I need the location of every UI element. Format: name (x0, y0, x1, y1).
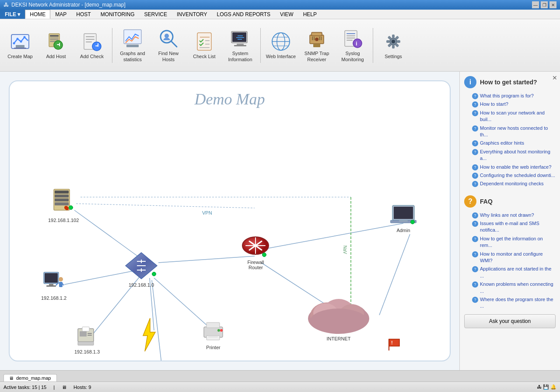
find-hosts-button[interactable]: Find New Hosts (151, 24, 186, 67)
find-hosts-icon (158, 28, 179, 49)
node-router[interactable]: 192.168.1.0 (125, 252, 158, 288)
svg-rect-23 (126, 45, 139, 47)
faq-link-6[interactable]: Where does the program store the ... (464, 295, 556, 311)
node-laptop[interactable]: Admin (390, 204, 416, 233)
howto-link-1[interactable]: How to start? (464, 100, 556, 108)
create-map-button[interactable]: Create Map (3, 24, 38, 67)
menu-file[interactable]: FILE ▾ (0, 10, 25, 19)
menu-host[interactable]: HOST (71, 10, 95, 19)
svg-rect-16 (86, 36, 94, 37)
add-check-button[interactable]: Add Check (74, 24, 109, 67)
svg-point-48 (315, 38, 318, 41)
node-lightning[interactable] (138, 317, 160, 354)
status-icon-1: 🖧 (537, 384, 542, 389)
howto-link-5[interactable]: Everything about host monitoring a... (464, 148, 556, 163)
howto-link-0[interactable]: What this program is for? (464, 92, 556, 100)
svg-point-26 (164, 34, 169, 38)
restore-button[interactable]: ❐ (541, 1, 548, 8)
minimize-button[interactable]: — (532, 1, 539, 8)
menu-help[interactable]: HELP (298, 10, 322, 19)
howto-link-8[interactable]: Dependent monitoring checks (464, 180, 556, 188)
node-desktop[interactable]: 192.168.1.2 (41, 271, 66, 301)
sysinfo-button[interactable]: System Information (223, 24, 258, 67)
svg-point-115 (217, 329, 220, 332)
menu-inventory[interactable]: INVENTORY (172, 10, 212, 19)
firewall-status-dot (262, 253, 266, 257)
faq-header: ? FAQ (464, 195, 556, 208)
svg-point-3 (20, 40, 22, 42)
menu-logs[interactable]: LOGS AND REPORTS (212, 10, 275, 19)
add-host-label: Add Host (46, 54, 66, 59)
tab-bar: 🖥 demo_map.map (0, 370, 560, 382)
svg-point-89 (65, 207, 69, 210)
laptop-label: Admin (396, 228, 410, 233)
add-host-icon (46, 31, 66, 52)
faq-link-4[interactable]: Applications are not started in the ... (464, 265, 556, 280)
node-internet[interactable]: INTERNET (304, 295, 374, 341)
menu-monitoring[interactable]: MONITORING (96, 10, 140, 19)
howto-link-7[interactable]: Configuring the scheduled downti... (464, 171, 556, 180)
faq-link-2[interactable]: How to get the information on rem... (464, 235, 556, 250)
ask-question-button[interactable]: Ask your question (464, 314, 556, 328)
separator-2 (260, 28, 261, 63)
svg-rect-6 (14, 48, 26, 49)
svg-rect-18 (86, 42, 92, 42)
howto-header: i How to get started? (464, 76, 556, 88)
create-map-label: Create Map (7, 54, 32, 59)
faq-link-3[interactable]: How to monitor and configure WMI? (464, 250, 556, 265)
howto-link-6[interactable]: How to enable the web interface? (464, 163, 556, 171)
desktop-icon (43, 271, 65, 295)
router-label: 192.168.1.0 (129, 282, 154, 288)
svg-point-2 (17, 38, 19, 40)
checklist-button[interactable]: Check List (187, 24, 222, 67)
snmp-button[interactable]: SNMP Trap Receiver (299, 24, 334, 67)
settings-button[interactable]: Settings (376, 24, 411, 67)
svg-rect-107 (88, 335, 92, 336)
close-button[interactable]: ✕ (550, 1, 556, 8)
howto-title: How to get started? (480, 79, 537, 86)
add-host-button[interactable]: Add Host (38, 24, 74, 67)
map-inner: Demo Map (9, 80, 451, 361)
status-icon-2: 💾 (543, 384, 549, 389)
toolbar: Create Map Add Host (0, 19, 560, 72)
faq-link-5[interactable]: Known problems when connecting ... (464, 280, 556, 295)
menu-service[interactable]: SERVICE (139, 10, 172, 19)
syslog-label: Syslog Monitoring (337, 51, 368, 62)
printer-icon (201, 321, 225, 344)
syslog-button[interactable]: i Syslog Monitoring (335, 24, 370, 67)
nav-label: NaV (343, 246, 347, 254)
node-server[interactable]: 192.168.1.102 (48, 188, 79, 223)
node-printer[interactable]: Printer (201, 321, 225, 350)
howto-link-2[interactable]: How to scan your network and buil... (464, 109, 556, 124)
server-icon (52, 188, 75, 217)
svg-rect-54 (346, 33, 355, 34)
menu-home[interactable]: HOME (25, 10, 50, 19)
map-title: Demo Map (10, 81, 450, 108)
faq-link-1[interactable]: Issues with e-mail and SMS notifica... (464, 219, 556, 235)
firewall-icon (242, 233, 270, 259)
graphs-label: Graphs and statistics (117, 51, 148, 62)
menu-bar: FILE ▾ HOME MAP HOST MONITORING SERVICE … (0, 10, 560, 19)
panel-close-button[interactable]: ✕ (552, 74, 557, 81)
menu-view[interactable]: VIEW (275, 10, 298, 19)
webinterface-button[interactable]: Web Interface (263, 24, 298, 67)
node-fax[interactable]: 192.168.1.3 (74, 325, 100, 354)
howto-link-4[interactable]: Graphics editor hints (464, 139, 556, 147)
howto-link-3[interactable]: Monitor new hosts connected to th... (464, 124, 556, 139)
svg-rect-85 (55, 194, 69, 198)
svg-text:i: i (356, 40, 357, 47)
active-tasks-status: Active tasks: 15 | 15 (4, 385, 46, 390)
node-flag[interactable]: ! (388, 338, 401, 352)
svg-rect-46 (312, 32, 322, 36)
menu-map[interactable]: MAP (50, 10, 71, 19)
checklist-label: Check List (193, 54, 215, 59)
tab-label: demo_map.map (16, 375, 51, 381)
map-canvas[interactable]: Demo Map (0, 72, 459, 370)
syslog-icon: i (342, 28, 363, 49)
graphs-button[interactable]: Graphs and statistics (115, 24, 150, 67)
faq-link-0[interactable]: Why links are not drawn? (464, 211, 556, 219)
svg-rect-106 (88, 333, 92, 334)
node-firewall[interactable]: FirewallRouter (242, 233, 270, 270)
tab-demo-map[interactable]: 🖥 demo_map.map (4, 374, 57, 382)
svg-point-4 (24, 36, 26, 38)
